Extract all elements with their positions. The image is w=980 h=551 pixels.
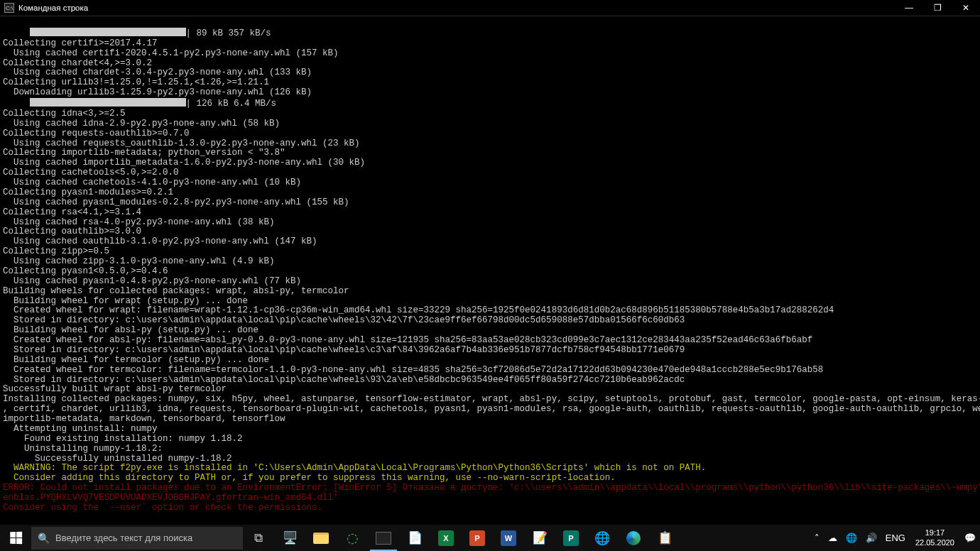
line: Downloading urllib3-1.25.9-py2.py3-none-…: [3, 87, 312, 97]
cmd-icon: C:\: [4, 3, 14, 13]
line: Using cached idna-2.9-py2.py3-none-any.w…: [3, 119, 280, 129]
line: Uninstalling numpy-1.18.2:: [3, 444, 163, 454]
line: Found existing installation: numpy 1.18.…: [3, 434, 243, 444]
line: Successfully uninstalled numpy-1.18.2: [3, 454, 232, 464]
line: Using cached pyasn1-0.4.8-py2.py3-none-a…: [3, 276, 301, 286]
taskbar-search[interactable]: 🔍 Введите здесь текст для поиска: [31, 527, 243, 550]
taskbar-app-wordpad[interactable]: 📄: [399, 525, 430, 551]
taskbar-app-publisher[interactable]: P: [555, 525, 587, 551]
line: Installing collected packages: numpy, si…: [3, 394, 980, 404]
error-line: ERROR: Could not install packages due to…: [3, 483, 980, 493]
taskbar: 🔍 Введите здесь текст для поиска ⧉ 🖥️ ◌ …: [0, 525, 980, 551]
line: Collecting urllib3!=1.25.0,!=1.25.1,<1.2…: [3, 77, 269, 87]
taskbar-app-edge[interactable]: [618, 525, 649, 551]
line: Using cached rsa-4.0-py2.py3-none-any.wh…: [3, 217, 275, 227]
line: Collecting pyasn1-modules>=0.2.1: [3, 187, 173, 197]
taskbar-app-cmd[interactable]: [368, 525, 399, 551]
task-view-button[interactable]: ⧉: [243, 525, 274, 551]
line: Using cached requests_oauthlib-1.3.0-py2…: [3, 138, 360, 148]
taskbar-app-spinner[interactable]: ◌: [337, 525, 368, 551]
taskbar-app-explorer[interactable]: [305, 525, 337, 551]
line: Collecting pyasn1<0.5.0,>=0.4.6: [3, 266, 168, 276]
minimize-button[interactable]: ―: [895, 0, 923, 16]
search-placeholder: Введите здесь текст для поиска: [55, 533, 192, 543]
progress-bar-1: [30, 28, 186, 36]
line: Building wheel for termcolor (setup.py) …: [3, 355, 269, 365]
windows-icon: [10, 532, 22, 544]
tray-chevron-icon[interactable]: ˄: [810, 525, 824, 551]
line: Using cached pyasn1_modules-0.2.8-py2.py…: [3, 197, 349, 207]
line: Collecting idna<3,>=2.5: [3, 109, 126, 119]
powerpoint-icon: P: [469, 530, 485, 546]
taskbar-app-powerpoint[interactable]: P: [462, 525, 493, 551]
line: Created wheel for absl-py: filename=absl…: [3, 335, 812, 345]
maximize-button[interactable]: ❐: [923, 0, 952, 16]
warning-line: Consider adding this directory to PATH o…: [3, 473, 616, 483]
progress-text-1: | 89 kB 357 kB/s: [186, 28, 271, 38]
start-button[interactable]: [0, 525, 31, 551]
terminal-output[interactable]: | 89 kB 357 kB/s Collecting certifi>=201…: [0, 16, 980, 525]
tray-date: 22.05.2020: [915, 538, 954, 547]
line: Building wheel for absl-py (setup.py) ..…: [3, 325, 258, 335]
taskbar-app-monitor[interactable]: 🖥️: [274, 525, 305, 551]
taskbar-app-word[interactable]: W: [493, 525, 524, 551]
line: Using cached chardet-3.0.4-py2.py3-none-…: [3, 67, 312, 77]
taskbar-app-chrome[interactable]: 🌐: [587, 525, 618, 551]
terminal-icon: [376, 532, 391, 545]
window-title: Командная строка: [18, 4, 88, 12]
spinner-icon: ◌: [347, 530, 359, 546]
line: Collecting importlib-metadata; python_ve…: [3, 148, 285, 158]
line: Using cached cachetools-4.1.0-py3-none-a…: [3, 178, 301, 187]
search-icon: 🔍: [31, 533, 55, 544]
line: Collecting oauthlib>=3.0.0: [3, 227, 141, 236]
taskbar-app-excel[interactable]: X: [430, 525, 462, 551]
system-tray: ˄ ☁ 🌐 🔊 ENG 19:17 22.05.2020 💬: [810, 525, 980, 551]
taskbar-app-paste[interactable]: 📋: [649, 525, 680, 551]
excel-icon: X: [438, 530, 454, 546]
line: Created wheel for termcolor: filename=te…: [3, 365, 823, 375]
line: , certifi, chardet, urllib3, idna, reque…: [3, 404, 980, 414]
line: Using cached importlib_metadata-1.6.0-py…: [3, 158, 365, 168]
line: importlib-metadata, markdown, tensorboar…: [3, 414, 285, 424]
progress-text-2: | 126 kB 6.4 MB/s: [186, 99, 277, 109]
error-line: enblas.PYQHXLVVQ7VESDPUVUADXEVJOBGHJPAY.…: [3, 493, 339, 503]
line: Stored in directory: c:\users\admin\appd…: [3, 375, 685, 385]
warning-line: WARNING: The script f2py.exe is installe…: [3, 463, 706, 473]
line: Stored in directory: c:\users\admin\appd…: [3, 315, 685, 325]
progress-bar-2: [30, 98, 186, 107]
line: Collecting chardet<4,>=3.0.2: [3, 58, 152, 68]
line: Collecting cachetools<5.0,>=2.0.0: [3, 168, 179, 178]
tray-language[interactable]: ENG: [881, 525, 910, 551]
tray-clock[interactable]: 19:17 22.05.2020: [910, 528, 960, 547]
line: Using cached certifi-2020.4.5.1-py2.py3-…: [3, 48, 339, 58]
line: Stored in directory: c:\users\admin\appd…: [3, 345, 685, 355]
tray-onedrive-icon[interactable]: ☁: [824, 525, 842, 551]
close-button[interactable]: ✕: [952, 0, 980, 16]
line: Collecting certifi>=2017.4.17: [3, 38, 158, 48]
tray-time: 19:17: [925, 528, 945, 538]
line: Collecting rsa<4.1,>=3.1.4: [3, 207, 141, 217]
line: Collecting zipp>=0.5: [3, 246, 109, 256]
folder-icon: [313, 533, 329, 544]
line: Successfully built wrapt absl-py termcol…: [3, 384, 227, 394]
line: Using cached zipp-3.1.0-py3-none-any.whl…: [3, 256, 275, 266]
line: Building wheels for collected packages: …: [3, 286, 349, 296]
chrome-icon: 🌐: [594, 530, 610, 546]
window-titlebar: C:\ Командная строка ― ❐ ✕: [0, 0, 980, 16]
line: Created wheel for wrapt: filename=wrapt-…: [3, 305, 834, 315]
tray-notifications-icon[interactable]: 💬: [960, 525, 980, 551]
word-icon: W: [501, 530, 516, 546]
edge-icon: [626, 531, 641, 545]
taskbar-app-notepad[interactable]: 📝: [524, 525, 555, 551]
tray-network-icon[interactable]: 🌐: [842, 525, 861, 551]
tray-volume-icon[interactable]: 🔊: [861, 525, 881, 551]
line: Using cached oauthlib-3.1.0-py2.py3-none…: [3, 236, 317, 246]
line: Attempting uninstall: numpy: [3, 424, 158, 434]
line: Collecting requests-oauthlib>=0.7.0: [3, 129, 190, 138]
publisher-icon: P: [563, 530, 579, 546]
line: Building wheel for wrapt (setup.py) ... …: [3, 296, 248, 306]
error-line: Consider using the `--user` option or ch…: [3, 503, 322, 513]
